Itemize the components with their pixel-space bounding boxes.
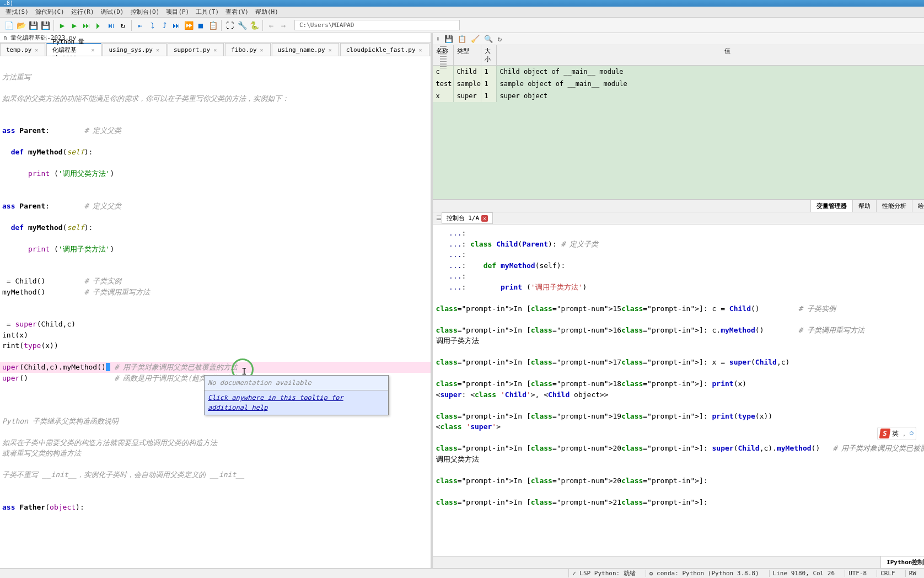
code-line[interactable]: = super(Child,c) [0, 319, 431, 330]
code-line[interactable]: 方法重写 [0, 72, 431, 83]
editor-tab-1[interactable]: Python 量化编程基础-2023.py✕ [46, 43, 101, 56]
save-all-icon[interactable]: 💾 [40, 20, 51, 31]
save-as-icon[interactable]: 📋 [458, 35, 466, 43]
variable-row[interactable]: testsample1sample object of __main__ mod… [433, 78, 924, 90]
run-selection-icon[interactable]: ⏵ [93, 20, 104, 31]
step-out-icon[interactable]: ⤴ [159, 20, 170, 31]
code-line[interactable] [0, 233, 431, 244]
back-icon[interactable]: ← [266, 20, 277, 31]
code-line[interactable]: Python 子类继承父类构造函数说明 [0, 416, 431, 427]
panel-tab-0[interactable]: 变量管理器 [810, 200, 852, 212]
menu-run[interactable]: 运行(R) [68, 7, 98, 17]
code-line[interactable]: = Child() # 子类实例 [0, 276, 431, 287]
code-line[interactable] [0, 297, 431, 308]
close-icon[interactable]: ✕ [418, 47, 423, 53]
run-cell-icon[interactable]: ▶ [69, 20, 80, 31]
variable-row[interactable]: cChild1Child object of __main__ module [433, 66, 924, 78]
close-icon[interactable]: ✕ [155, 47, 160, 53]
code-line[interactable]: ass Father(object): [0, 502, 431, 513]
ime-emoji-icon[interactable]: ☺ [910, 430, 914, 437]
code-line[interactable] [0, 104, 431, 115]
maximize-icon[interactable]: ⛶ [224, 20, 235, 31]
status-lsp[interactable]: ✓ LSP Python: 就绪 [568, 569, 639, 577]
forward-icon[interactable]: → [278, 20, 289, 31]
console-tab-1[interactable]: 控制台 1/A ✕ [442, 212, 493, 224]
menu-project[interactable]: 项目(P) [163, 7, 192, 17]
debug-icon[interactable]: ⏯ [105, 20, 116, 31]
status-conda[interactable]: ✪ conda: Python (Python 3.8.8) [646, 570, 762, 577]
code-line[interactable] [0, 158, 431, 169]
menu-debug[interactable]: 调试(D) [98, 7, 127, 17]
pythonpath-icon[interactable]: 🐍 [249, 20, 260, 31]
save-data-icon[interactable]: 💾 [444, 35, 453, 43]
close-icon[interactable]: ✕ [34, 47, 39, 53]
code-line[interactable] [0, 190, 431, 201]
code-line[interactable] [0, 136, 431, 147]
menu-tools[interactable]: 工具(T) [192, 7, 222, 17]
code-editor[interactable]: 方法重写 如果你的父类方法的功能不能满足你的需求，你可以在子类重写你父类的方法，… [0, 56, 431, 568]
clear-icon[interactable]: 🧹 [471, 35, 480, 43]
step-into-icon[interactable]: ⇤ [135, 20, 146, 31]
menu-view[interactable]: 查看(V) [222, 7, 252, 17]
editor-tab-3[interactable]: support.py✕ [168, 43, 224, 56]
code-line[interactable] [0, 265, 431, 276]
import-data-icon[interactable]: ⬇ [436, 35, 440, 43]
code-line[interactable] [0, 115, 431, 126]
panel-tab-1[interactable]: 帮助 [852, 200, 876, 212]
code-line[interactable]: int(x) [0, 330, 431, 341]
close-icon[interactable]: ✕ [327, 47, 333, 53]
code-line[interactable]: myMethod() # 子类调用重写方法 [0, 287, 431, 298]
code-line[interactable] [0, 459, 431, 470]
code-line[interactable]: rint(type(x)) [0, 340, 431, 351]
code-line[interactable] [0, 82, 431, 93]
bottom-tab-0[interactable]: IPython控制台 [880, 556, 924, 568]
working-dir-input[interactable]: C:\Users\MIAPAD [294, 20, 460, 30]
code-line[interactable] [0, 308, 431, 319]
close-icon[interactable]: ✕ [212, 47, 218, 53]
code-line[interactable] [0, 491, 431, 502]
preferences-icon[interactable]: 🔧 [237, 20, 248, 31]
continue-icon[interactable]: ⏭ [171, 20, 182, 31]
col-size[interactable]: 大小 [481, 45, 497, 65]
menu-find[interactable]: 查找(S) [2, 7, 32, 17]
close-icon[interactable]: ✕ [90, 47, 95, 53]
code-line[interactable] [0, 426, 431, 437]
close-icon[interactable]: ✕ [481, 215, 488, 222]
debug-file-icon[interactable]: 📋 [207, 20, 218, 31]
tooltip-help-link[interactable]: Click anywhere in this tooltip for addit… [205, 390, 388, 415]
code-line[interactable]: 如果在子类中需要父类的构造方法就需要显式地调用父类的构造方法 [0, 437, 431, 448]
documentation-tooltip[interactable]: No documentation available Click anywher… [204, 375, 389, 415]
code-line[interactable]: uper(Child,c).myMethod() # 用子类对象调用父类已被覆盖… [0, 362, 431, 373]
panel-tab-3[interactable]: 绘图 [912, 200, 924, 212]
panel-tab-2[interactable]: 性能分析 [876, 200, 912, 212]
code-line[interactable] [0, 179, 431, 190]
variable-row[interactable]: xsuper1super object [433, 90, 924, 102]
code-line[interactable] [0, 61, 431, 72]
run-cell-advance-icon[interactable]: ⏭ [81, 20, 92, 31]
console-menu-icon[interactable]: ☰ [436, 215, 442, 222]
new-file-icon[interactable]: 📄 [3, 20, 14, 31]
refresh-icon[interactable]: ↻ [497, 35, 502, 43]
run-icon[interactable]: ▶ [57, 20, 68, 31]
code-line[interactable]: 如果你的父类方法的功能不能满足你的需求，你可以在子类重写你父类的方法，实例如下： [0, 93, 431, 104]
status-encoding[interactable]: UTF-8 [845, 570, 870, 577]
close-icon[interactable]: ✕ [259, 47, 265, 53]
code-line[interactable]: print ('调用父类方法') [0, 168, 431, 179]
open-file-icon[interactable]: 📂 [15, 20, 26, 31]
code-line[interactable]: def myMethod(self): [0, 147, 431, 158]
next-bp-icon[interactable]: ⏩ [183, 20, 194, 31]
col-value[interactable]: 值 [497, 45, 924, 65]
code-line[interactable]: print ('调用子类方法') [0, 244, 431, 255]
rerun-icon[interactable]: ↻ [117, 20, 128, 31]
editor-tab-4[interactable]: fibo.py✕ [225, 43, 270, 56]
save-icon[interactable]: 💾 [28, 20, 39, 31]
editor-tab-0[interactable]: temp.py✕ [0, 43, 45, 56]
variable-explorer[interactable]: 名称 类型 大小 值 cChild1Child object of __main… [433, 45, 924, 200]
editor-tab-6[interactable]: cloudpickle_fast.py✕ [340, 43, 429, 56]
editor-tab-5[interactable]: using_name.py✕ [272, 43, 339, 56]
code-line[interactable] [0, 351, 431, 362]
stop-icon[interactable]: ■ [195, 20, 206, 31]
code-line[interactable] [0, 480, 431, 491]
menu-console[interactable]: 控制台(O) [127, 7, 163, 17]
code-line[interactable]: 子类不重写 __init__，实例化子类时，会自动调用父类定义的 __init_… [0, 469, 431, 480]
